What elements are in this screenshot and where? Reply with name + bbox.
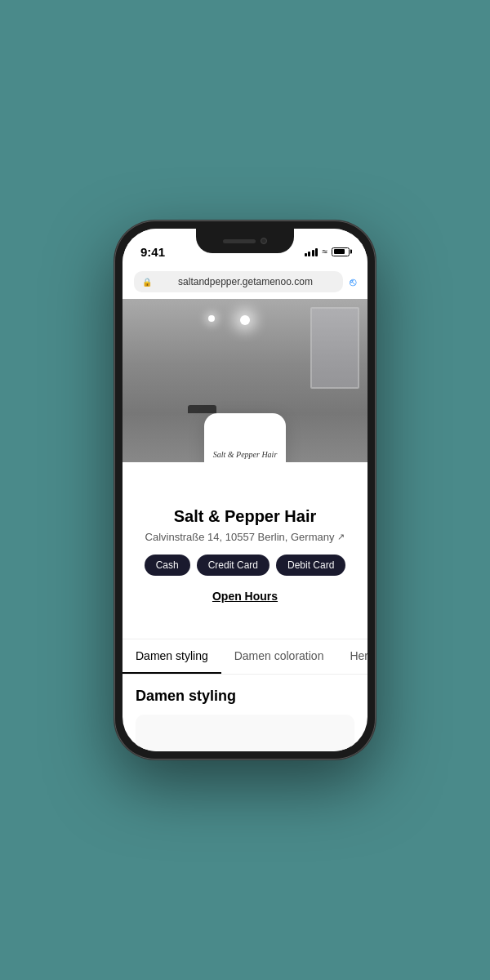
- url-text: saltandpepper.getamenoo.com: [156, 276, 335, 287]
- content-scroll[interactable]: Salt & Pepper Hair Salt & Pepper Hair Ca…: [122, 299, 368, 751]
- status-time: 9:41: [140, 245, 165, 259]
- tab-her[interactable]: Her: [336, 639, 368, 674]
- address-bar[interactable]: 🔒 saltandpepper.getamenoo.com: [134, 271, 343, 292]
- tab-damen-styling[interactable]: Damen styling: [122, 639, 221, 674]
- salon-name: Salt & Pepper Hair: [122, 507, 368, 526]
- signal-icon: [305, 247, 318, 256]
- logo-text: Salt & Pepper Hair: [213, 449, 278, 460]
- badge-debit-card: Debit Card: [276, 555, 345, 576]
- external-link-icon[interactable]: ↗: [337, 532, 345, 542]
- payment-badges: Cash Credit Card Debit Card: [122, 555, 368, 576]
- wifi-icon: ≈: [322, 246, 327, 257]
- salon-mirror: [310, 307, 359, 389]
- notch: [196, 229, 294, 253]
- logo-card: Salt & Pepper Hair: [204, 413, 286, 462]
- lock-icon: 🔒: [142, 278, 152, 287]
- tab-damen-coloration[interactable]: Damen coloration: [221, 639, 337, 674]
- phone-frame: 9:41 ≈ 🔒 saltandpepper.getamenoo.com: [114, 220, 376, 760]
- section-content: Damen styling: [122, 674, 368, 751]
- service-card-placeholder: [136, 715, 354, 751]
- speaker: [223, 239, 256, 243]
- address-text: Calvinstraße 14, 10557 Berlin, Germany: [145, 531, 335, 543]
- front-camera: [261, 238, 267, 244]
- main-content: Salt & Pepper Hair Calvinstraße 14, 1055…: [122, 462, 368, 639]
- browser-bar: 🔒 saltandpepper.getamenoo.com ⎋: [122, 265, 368, 299]
- badge-cash: Cash: [145, 555, 190, 576]
- open-hours-link[interactable]: Open Hours: [212, 590, 278, 603]
- ceiling-light-2: [208, 315, 215, 322]
- status-icons: ≈: [305, 246, 350, 257]
- share-icon[interactable]: ⎋: [350, 275, 356, 288]
- salon-address: Calvinstraße 14, 10557 Berlin, Germany ↗: [122, 531, 368, 543]
- tabs-container: Damen styling Damen coloration Her: [122, 639, 368, 674]
- phone-screen: 9:41 ≈ 🔒 saltandpepper.getamenoo.com: [122, 229, 368, 751]
- ceiling-light-1: [240, 315, 250, 325]
- section-title: Damen styling: [136, 688, 354, 705]
- battery-icon: [332, 247, 350, 256]
- badge-credit-card: Credit Card: [197, 555, 270, 576]
- hero-image: Salt & Pepper Hair: [122, 299, 368, 462]
